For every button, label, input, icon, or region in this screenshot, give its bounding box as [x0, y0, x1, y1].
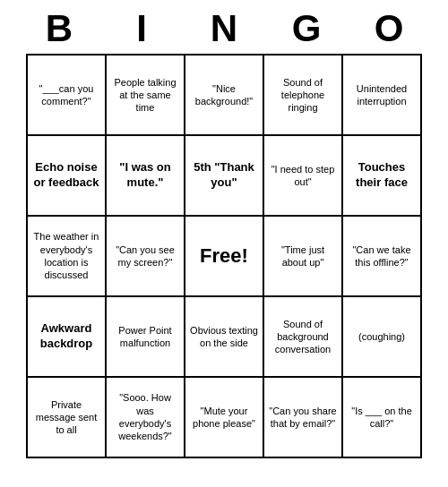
- letter-g: G: [269, 7, 344, 50]
- bingo-grid: "___can you comment?"People talking at t…: [26, 54, 422, 458]
- bingo-cell[interactable]: Free!: [185, 217, 264, 297]
- bingo-cell[interactable]: The weather in everybody's location is d…: [28, 217, 107, 297]
- bingo-cell[interactable]: "Can you see my screen?": [107, 217, 185, 297]
- bingo-cell[interactable]: "Can we take this offline?": [343, 217, 422, 297]
- bingo-cell[interactable]: "Sooo. How was everybody's weekends?": [107, 378, 185, 458]
- bingo-cell[interactable]: Obvious texting on the side: [185, 297, 264, 378]
- bingo-cell[interactable]: People talking at the same time: [107, 56, 185, 136]
- bingo-cell[interactable]: Touches their face: [343, 136, 422, 217]
- bingo-cell[interactable]: "Can you share that by email?": [264, 378, 343, 458]
- bingo-cell[interactable]: Echo noise or feedback: [28, 136, 107, 217]
- letter-n: N: [186, 7, 262, 50]
- bingo-cell[interactable]: "I was on mute.": [107, 136, 185, 217]
- bingo-cell[interactable]: "Nice background!": [185, 56, 264, 136]
- bingo-cell[interactable]: Awkward backdrop: [28, 297, 107, 378]
- letter-b: B: [22, 7, 97, 50]
- bingo-cell[interactable]: Sound of background conversation: [264, 297, 343, 378]
- bingo-header: B I N G O: [18, 0, 430, 54]
- bingo-cell[interactable]: "Time just about up": [264, 217, 343, 297]
- bingo-cell[interactable]: Sound of telephone ringing: [264, 56, 343, 136]
- bingo-cell[interactable]: "Mute your phone please": [185, 378, 264, 458]
- bingo-cell[interactable]: Unintended interruption: [343, 56, 422, 136]
- bingo-cell[interactable]: "I need to step out": [264, 136, 343, 217]
- letter-i: I: [104, 7, 179, 50]
- bingo-cell[interactable]: Private message sent to all: [28, 378, 107, 458]
- bingo-cell[interactable]: 5th "Thank you": [185, 136, 264, 217]
- letter-o: O: [351, 7, 426, 50]
- bingo-cell[interactable]: "Is ___ on the call?": [343, 378, 422, 458]
- bingo-cell[interactable]: "___can you comment?": [28, 56, 107, 136]
- bingo-cell[interactable]: (coughing): [343, 297, 422, 378]
- bingo-cell[interactable]: Power Point malfunction: [107, 297, 185, 378]
